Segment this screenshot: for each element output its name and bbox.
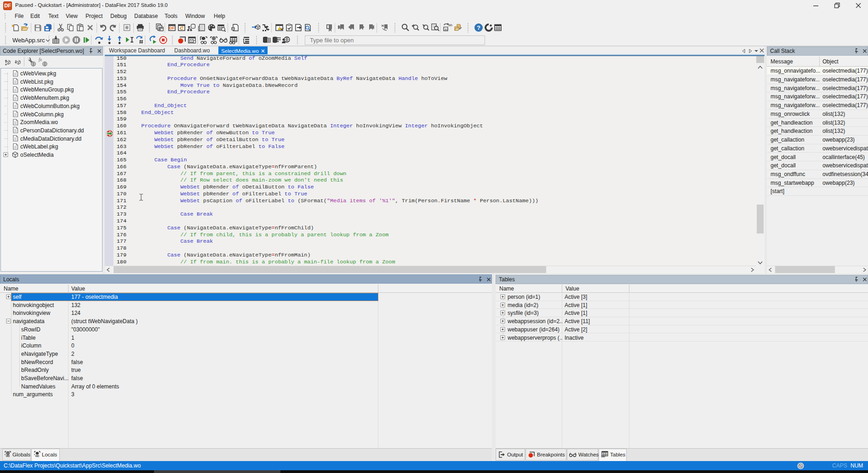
svg-text:fx: fx [39, 57, 42, 62]
svg-text:ac: ac [445, 28, 448, 31]
svg-text:DF: DF [169, 26, 175, 30]
svg-text:ab: ab [448, 23, 452, 27]
svg-text:?: ? [477, 24, 480, 31]
